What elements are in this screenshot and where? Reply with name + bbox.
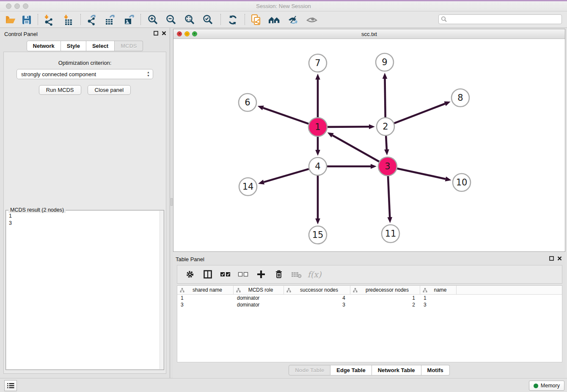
graph-node-6[interactable]: 6 [239,94,256,111]
function-builder-button[interactable]: f(x) [308,268,320,280]
close-panel-icon[interactable] [162,31,166,36]
import-table-button[interactable] [61,14,75,26]
graph-node-14[interactable]: 14 [239,178,257,196]
open-folder-button[interactable] [3,14,18,26]
refresh-layout-button[interactable] [226,14,240,26]
node-table[interactable]: shared nameMCDS rolesuccessor nodesprede… [177,285,562,362]
show-columns-button[interactable] [202,268,214,280]
graph-node-2[interactable]: 2 [377,118,394,135]
graph-edge-1-6[interactable] [258,105,309,124]
tab-node-table[interactable]: Node Table [289,365,330,375]
tab-edge-table[interactable]: Edge Table [330,365,372,375]
mcds-panel: Optimization criterion: strongly connect… [3,52,166,374]
graph-edge-3-1[interactable] [328,133,379,162]
column-header-predecessor-nodes[interactable]: predecessor nodes [350,286,420,294]
tab-mcds[interactable]: MCDS [115,41,143,51]
optimization-criterion-select[interactable]: strongly connected component ▲▼ [17,69,153,79]
cell-shared-name[interactable]: 1 [177,295,234,301]
close-panel-icon[interactable] [557,256,562,262]
graph-edge-1-7[interactable] [315,74,320,117]
result-scrollbar[interactable] [160,211,163,369]
column-header-successor-nodes[interactable]: successor nodes [284,286,350,294]
gear-icon [185,270,195,279]
network-window-titlebar[interactable]: ✕ − + scc.txt [173,29,565,39]
deselect-all-button[interactable] [237,268,249,280]
task-history-button[interactable] [4,380,17,391]
graph-node-10[interactable]: 10 [453,174,471,191]
delete-column-button[interactable] [273,268,285,280]
graph-node-11[interactable]: 11 [382,225,399,243]
export-table-button[interactable] [103,14,117,26]
run-mcds-button[interactable]: Run MCDS [39,85,81,95]
graph-edge-2-8[interactable] [394,102,451,124]
graph-edge-3-10[interactable] [397,168,451,182]
select-all-button[interactable] [220,268,231,280]
export-image-button[interactable] [122,14,136,26]
cell-successor-nodes[interactable]: 4 [284,295,350,301]
column-header-shared-name[interactable]: shared name [177,286,234,294]
network-canvas[interactable]: 7968124314101511 [173,39,565,251]
table-panel-title: Table Panel [176,256,204,262]
graph-node-8[interactable]: 8 [451,89,469,107]
table-row[interactable]: 3dominator323 [177,301,562,308]
graph-edge-4-3[interactable] [327,164,377,169]
tab-network[interactable]: Network [27,41,61,51]
graph-node-4[interactable]: 4 [309,157,327,175]
cell-predecessor-nodes[interactable]: 2 [350,301,420,308]
zoom-out-button[interactable] [164,14,179,26]
column-header-MCDS-role[interactable]: MCDS role [234,286,284,294]
close-panel-button[interactable]: Close panel [88,85,131,95]
column-header-name[interactable]: name [420,286,457,294]
graph-node-9[interactable]: 9 [376,53,394,71]
export-network-button[interactable] [85,14,99,26]
save-session-button[interactable] [19,14,34,26]
table-toolbar: f(x) [177,265,562,284]
float-panel-icon[interactable] [154,31,158,36]
table-row[interactable]: 1dominator411 [177,295,562,301]
graph-edge-2-3[interactable] [384,136,389,155]
graph-edge-2-9[interactable] [383,73,388,117]
table-body: 1dominator4113dominator323 [177,295,562,308]
graph-edge-3-11[interactable] [387,176,392,223]
control-panel: Control Panel NetworkStyleSelectMCDS Opt… [0,28,170,378]
delete-table-button[interactable] [291,268,303,280]
cell-MCDS-role[interactable]: dominator [234,295,284,301]
toolbar-separator [80,14,81,25]
float-panel-icon[interactable] [549,256,554,262]
show-eye-button[interactable] [305,14,319,26]
import-network-button[interactable] [41,14,56,26]
home-layout-button[interactable] [267,14,282,26]
graph-edge-1-4[interactable] [315,137,320,156]
hide-style-button[interactable] [286,14,300,26]
zoom-fit-button[interactable] [183,14,197,26]
tab-select[interactable]: Select [86,41,115,51]
search-input[interactable] [438,14,562,24]
graph-node-15[interactable]: 15 [309,226,327,244]
add-column-button[interactable] [255,268,267,280]
splitter-grip[interactable] [171,198,173,206]
mcds-result-textarea[interactable]: 13 [6,211,163,369]
network-view-window: ✕ − + scc.txt 7968124314101511 [173,29,565,252]
zoom-selected-button[interactable] [201,14,215,26]
tab-style[interactable]: Style [61,41,86,51]
tab-network-table[interactable]: Network Table [372,365,421,375]
cell-name[interactable]: 3 [420,301,457,308]
cell-successor-nodes[interactable]: 3 [284,301,350,308]
tab-motifs[interactable]: Motifs [421,365,450,375]
graph-node-1[interactable]: 1 [308,118,327,136]
cell-MCDS-role[interactable]: dominator [234,301,284,308]
cell-predecessor-nodes[interactable]: 1 [350,295,420,301]
graph-node-3[interactable]: 3 [378,157,397,176]
graph-edge-1-2[interactable] [328,124,375,129]
cell-name[interactable]: 1 [420,295,457,301]
vertical-splitter[interactable] [170,28,173,378]
table-settings-button[interactable] [184,268,196,280]
graph-edge-4-15[interactable] [315,176,320,224]
cell-shared-name[interactable]: 3 [177,301,234,308]
svg-text:8: 8 [457,93,463,103]
clone-network-button[interactable] [249,14,263,26]
graph-edge-4-14[interactable] [258,169,309,185]
memory-button[interactable]: Memory [529,381,564,391]
graph-node-7[interactable]: 7 [309,54,327,72]
zoom-in-button[interactable] [146,14,160,26]
